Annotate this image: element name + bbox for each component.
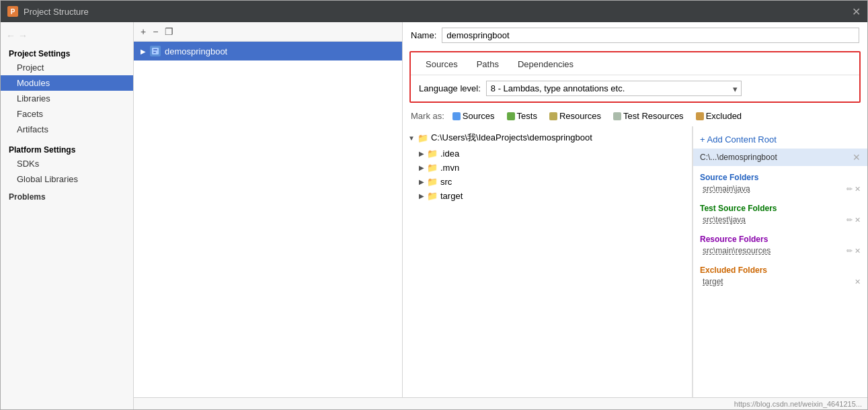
remove-source-folder-button[interactable]: ✕: [855, 185, 861, 194]
tab-sources[interactable]: Sources: [416, 55, 467, 75]
tree-root[interactable]: ▼ 📁 C:\Users\我\IdeaProjects\demospringbo…: [403, 129, 692, 147]
project-settings-header: Project Settings: [1, 45, 133, 60]
edit-resource-folder-button[interactable]: ✏: [846, 247, 853, 255]
remove-excluded-folder-button[interactable]: ✕: [855, 278, 861, 286]
tree-row-idea[interactable]: ▶ 📁 .idea: [403, 147, 692, 161]
name-input[interactable]: [442, 28, 859, 43]
platform-settings-header: Platform Settings: [1, 137, 133, 156]
edit-test-source-folder-button[interactable]: ✏: [846, 216, 853, 224]
target-chevron: ▶: [419, 192, 424, 200]
remove-test-source-folder-button[interactable]: ✕: [855, 216, 861, 224]
root-folder-icon: 📁: [418, 133, 428, 143]
source-folders-label: Source Folders: [700, 173, 861, 182]
root-chevron: ▼: [408, 134, 415, 142]
add-module-button[interactable]: +: [138, 25, 149, 38]
mark-sources-button[interactable]: Sources: [448, 110, 499, 122]
content-root-title: C:\...\demospringboot: [700, 153, 777, 162]
tree-row-mvn-label: .mvn: [440, 163, 459, 173]
resource-folder-path-0: src\main\resources: [703, 246, 771, 255]
svg-rect-1: [153, 49, 157, 50]
lang-select[interactable]: 8 - Lambdas, type annotations etc.: [486, 81, 742, 96]
source-folder-path-0: src\main\java: [703, 184, 750, 194]
sidebar-item-modules[interactable]: Modules: [1, 75, 133, 91]
src-chevron: ▶: [419, 178, 424, 186]
edit-source-folder-button[interactable]: ✏: [846, 185, 853, 194]
title-bar-left: P Project Structure: [7, 6, 89, 17]
tree-row-target[interactable]: ▶ 📁 target: [403, 189, 692, 203]
right-panel: Name: Sources Paths: [403, 22, 867, 397]
tree-row-src-label: src: [440, 177, 452, 187]
content-root-close[interactable]: ✕: [853, 152, 861, 163]
file-tree: ▼ 📁 C:\Users\我\IdeaProjects\demospringbo…: [403, 126, 693, 397]
sidebar-item-facets[interactable]: Facets: [1, 106, 133, 122]
module-item-demospringboot[interactable]: ▶ demospringboot: [134, 42, 402, 60]
module-toolbar: + − ❐: [134, 22, 402, 42]
source-folders-section: Source Folders src\main\java ✏ ✕: [693, 166, 867, 197]
tab-dependencies[interactable]: Dependencies: [508, 55, 583, 75]
mark-as-row: Mark as: Sources Tests Resources: [403, 106, 867, 126]
test-source-folders-section: Test Source Folders src\test\java ✏ ✕: [693, 197, 867, 228]
sidebar-item-sdks[interactable]: SDKs: [1, 156, 133, 171]
idea-folder-icon: 📁: [427, 149, 438, 159]
mark-resources-button[interactable]: Resources: [545, 110, 605, 122]
test-source-folder-path-0: src\test\java: [703, 215, 746, 224]
sidebar-item-project[interactable]: Project: [1, 60, 133, 75]
sidebar-item-artifacts[interactable]: Artifacts: [1, 122, 133, 137]
resource-folders-section: Resource Folders src\main\resources ✏ ✕: [693, 228, 867, 259]
tabs-header: Sources Paths Dependencies: [411, 52, 859, 75]
back-button[interactable]: ←: [6, 30, 15, 41]
sidebar: ← → Project Settings Project Modules Lib…: [1, 22, 134, 409]
resource-folders-label: Resource Folders: [700, 235, 861, 244]
source-folder-actions: ✏ ✕: [846, 185, 861, 194]
status-text: https://blog.csdn.net/weixin_4641215...: [734, 400, 862, 408]
project-structure-window: P Project Structure ✕ ← → Project Settin…: [0, 0, 868, 410]
mvn-chevron: ▶: [419, 164, 424, 171]
test-source-folder-actions: ✏ ✕: [846, 216, 861, 224]
tab-paths[interactable]: Paths: [467, 55, 508, 75]
sidebar-item-problems[interactable]: Problems: [1, 187, 133, 204]
excluded-folders-section: Excluded Folders target ✕: [693, 259, 867, 290]
add-content-root-button[interactable]: + Add Content Root: [693, 130, 867, 149]
remove-resource-folder-button[interactable]: ✕: [855, 247, 861, 255]
name-row: Name:: [403, 22, 867, 48]
test-source-folder-item-0: src\test\java ✏ ✕: [700, 214, 861, 225]
excluded-icon: [696, 112, 704, 120]
lang-select-wrap: 8 - Lambdas, type annotations etc.: [486, 81, 742, 96]
module-icon: [150, 46, 161, 56]
resources-icon: [549, 112, 557, 120]
tree-row-idea-label: .idea: [440, 149, 459, 159]
status-bar: https://blog.csdn.net/weixin_4641215...: [134, 397, 867, 409]
close-button[interactable]: ✕: [852, 5, 861, 18]
test-source-folders-label: Test Source Folders: [700, 204, 861, 213]
module-list: + − ❐ ▶ demospringboot: [134, 22, 403, 397]
tree-root-label: C:\Users\我\IdeaProjects\demospringboot: [431, 132, 592, 144]
tree-row-mvn[interactable]: ▶ 📁 .mvn: [403, 161, 692, 175]
mark-tests-button[interactable]: Tests: [503, 110, 541, 122]
content-area: ▼ 📁 C:\Users\我\IdeaProjects\demospringbo…: [403, 126, 867, 397]
sidebar-item-global-libraries[interactable]: Global Libraries: [1, 171, 133, 187]
mark-as-label: Mark as:: [411, 111, 444, 121]
tree-row-target-label: target: [440, 191, 463, 201]
mark-test-resources-button[interactable]: Test Resources: [609, 110, 688, 122]
source-folder-item-0: src\main\java ✏ ✕: [700, 183, 861, 194]
forward-button[interactable]: →: [18, 30, 28, 41]
remove-module-button[interactable]: −: [150, 25, 161, 38]
target-folder-icon: 📁: [427, 191, 438, 201]
tree-row-src[interactable]: ▶ 📁 src: [403, 175, 692, 189]
copy-module-button[interactable]: ❐: [162, 25, 176, 38]
app-icon: P: [7, 6, 18, 17]
window-title: Project Structure: [24, 7, 89, 17]
lang-row: Language level: 8 - Lambdas, type annota…: [411, 75, 859, 101]
idea-chevron: ▶: [419, 150, 424, 157]
sources-icon: [452, 112, 461, 120]
svg-rect-0: [152, 48, 159, 54]
lang-label: Language level:: [419, 83, 481, 93]
main-content: ← → Project Settings Project Modules Lib…: [1, 22, 867, 409]
test-resources-icon: [613, 112, 621, 120]
resource-folder-actions: ✏ ✕: [846, 247, 861, 255]
mark-excluded-button[interactable]: Excluded: [692, 110, 746, 122]
excluded-folder-path-0: target: [703, 277, 723, 286]
sidebar-item-libraries[interactable]: Libraries: [1, 91, 133, 106]
tabs-area: Sources Paths Dependencies Language leve…: [409, 51, 861, 103]
resource-folder-item-0: src\main\resources ✏ ✕: [700, 245, 861, 256]
